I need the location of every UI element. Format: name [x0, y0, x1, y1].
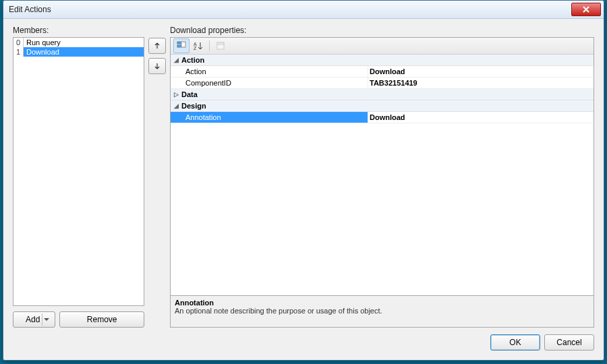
close-icon — [583, 6, 589, 13]
property-category[interactable]: ◢Action — [171, 55, 594, 66]
property-category-name: Data — [181, 90, 198, 98]
categorized-view-button[interactable] — [173, 38, 190, 53]
property-description-text: An optional note describing the purpose … — [175, 307, 589, 315]
reorder-buttons — [148, 26, 166, 328]
property-value[interactable]: Download — [368, 66, 594, 77]
members-label: Members: — [13, 26, 144, 35]
property-category[interactable]: ◢Design — [171, 100, 594, 112]
property-name: Action — [171, 66, 368, 77]
property-row[interactable]: ActionDownload — [171, 66, 594, 78]
columns: Members: 0Run query1Download Add Remove — [13, 26, 594, 328]
property-category-name: Design — [181, 102, 206, 110]
members-panel: Members: 0Run query1Download Add Remove — [13, 26, 144, 328]
move-down-button[interactable] — [148, 58, 166, 74]
cancel-button[interactable]: Cancel — [544, 334, 594, 351]
property-pages-button — [213, 39, 228, 53]
property-grid: A Z ◢ActionActi — [170, 37, 594, 328]
members-button-row: Add Remove — [13, 311, 144, 328]
dialog-content: Members: 0Run query1Download Add Remove — [3, 19, 604, 360]
add-button-label: Add — [26, 315, 40, 324]
remove-button[interactable]: Remove — [59, 311, 144, 328]
property-grid-toolbar: A Z — [171, 38, 594, 55]
titlebar: Edit Actions — [3, 1, 604, 19]
svg-rect-6 — [217, 42, 224, 44]
expand-icon[interactable]: ▷ — [172, 91, 180, 98]
member-row[interactable]: 0Run query — [13, 38, 144, 47]
toolbar-separator — [209, 40, 210, 51]
property-description: Annotation An optional note describing t… — [171, 295, 594, 327]
property-category[interactable]: ▷Data — [171, 89, 594, 100]
property-description-title: Annotation — [175, 299, 589, 307]
close-button[interactable] — [571, 3, 601, 16]
property-category-name: Action — [181, 56, 204, 64]
remove-button-label: Remove — [87, 315, 117, 324]
categorized-icon — [177, 41, 186, 51]
property-name: Annotation — [171, 112, 368, 123]
member-index: 0 — [13, 38, 24, 47]
dialog-title: Edit Actions — [9, 5, 571, 14]
svg-rect-2 — [181, 42, 185, 47]
properties-panel: Download properties: A — [170, 26, 594, 328]
cancel-button-label: Cancel — [556, 338, 581, 347]
member-name: Download — [24, 47, 144, 57]
member-row[interactable]: 1Download — [13, 47, 144, 57]
dialog-window: Edit Actions Members: 0Run query1Downloa… — [3, 0, 604, 361]
members-list[interactable]: 0Run query1Download — [13, 37, 144, 306]
svg-text:Z: Z — [194, 46, 197, 51]
property-name: ComponentID — [171, 78, 368, 88]
member-name: Run query — [24, 38, 144, 47]
property-value[interactable]: Download — [368, 112, 594, 123]
alphabetical-icon: A Z — [194, 41, 203, 51]
dialog-button-row: OK Cancel — [13, 334, 594, 351]
ok-button-label: OK — [509, 338, 521, 347]
property-pages-icon — [216, 41, 225, 51]
collapse-icon[interactable]: ◢ — [172, 102, 180, 109]
svg-rect-0 — [177, 42, 181, 44]
svg-rect-1 — [177, 45, 181, 47]
property-row[interactable]: AnnotationDownload — [171, 112, 594, 123]
property-row[interactable]: ComponentIDTAB32151419 — [171, 78, 594, 89]
collapse-icon[interactable]: ◢ — [172, 57, 180, 63]
property-value[interactable]: TAB32151419 — [368, 78, 594, 88]
arrow-down-icon — [154, 63, 161, 69]
ok-button[interactable]: OK — [490, 334, 540, 351]
property-grid-body[interactable]: ◢ActionActionDownloadComponentIDTAB32151… — [171, 55, 594, 295]
alphabetical-view-button[interactable]: A Z — [191, 39, 206, 53]
arrow-up-icon — [154, 42, 161, 49]
add-button[interactable]: Add — [13, 311, 55, 328]
move-up-button[interactable] — [148, 38, 166, 54]
member-index: 1 — [13, 47, 24, 57]
properties-label: Download properties: — [170, 26, 594, 35]
